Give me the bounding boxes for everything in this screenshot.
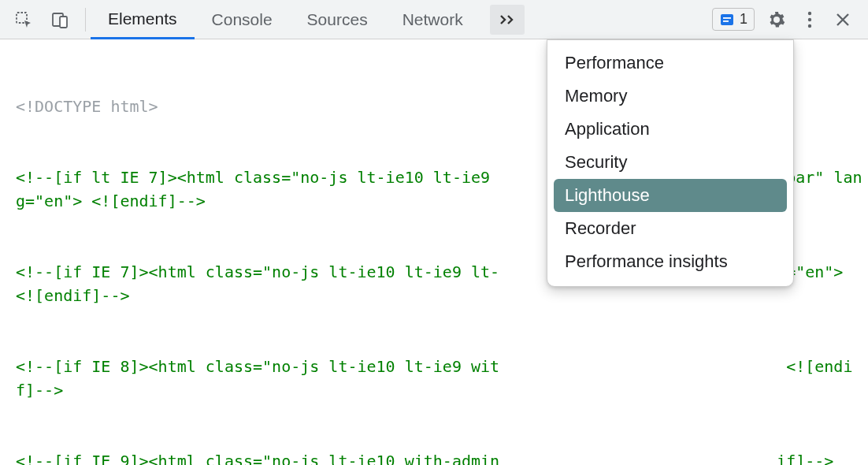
gear-icon <box>767 10 786 29</box>
svg-point-6 <box>775 17 779 21</box>
svg-rect-5 <box>723 20 729 22</box>
svg-rect-2 <box>60 17 67 28</box>
svg-point-7 <box>808 11 811 14</box>
svg-rect-3 <box>721 14 733 25</box>
svg-rect-4 <box>723 17 731 19</box>
dropdown-item-application[interactable]: Application <box>547 113 793 146</box>
tab-console[interactable]: Console <box>195 0 290 39</box>
tab-elements[interactable]: Elements <box>91 0 195 39</box>
issues-icon <box>719 13 735 27</box>
svg-point-9 <box>808 24 811 27</box>
issues-count: 1 <box>740 11 747 28</box>
inspect-element-icon[interactable] <box>13 9 35 31</box>
dropdown-item-lighthouse[interactable]: Lighthouse <box>554 179 787 212</box>
close-icon <box>835 12 851 28</box>
more-menu-button[interactable] <box>799 9 821 31</box>
close-button[interactable] <box>832 9 854 31</box>
kebab-icon <box>807 11 812 28</box>
dropdown-item-recorder[interactable]: Recorder <box>547 212 793 245</box>
chevrons-right-icon <box>499 13 516 27</box>
dropdown-item-security[interactable]: Security <box>547 146 793 179</box>
tab-sources[interactable]: Sources <box>290 0 385 39</box>
tab-network[interactable]: Network <box>385 0 480 39</box>
device-toggle-icon[interactable] <box>49 9 71 31</box>
devtools-toolbar: Elements Console Sources Network 1 <box>0 0 868 39</box>
issues-badge[interactable]: 1 <box>712 8 755 31</box>
more-tabs-button[interactable] <box>490 5 525 35</box>
code-line[interactable]: <!--[if IE 9]><html class="no-js lt-ie10… <box>16 449 868 465</box>
divider <box>85 8 86 32</box>
code-line[interactable]: <!--[if IE 8]><html class="no-js lt-ie10… <box>16 355 868 402</box>
toolbar-left-icons <box>6 9 80 31</box>
more-tabs-dropdown: Performance Memory Application Security … <box>547 39 794 287</box>
settings-button[interactable] <box>766 9 788 31</box>
toolbar-right: 1 <box>712 8 862 31</box>
svg-point-8 <box>808 17 811 20</box>
dropdown-item-performance-insights[interactable]: Performance insights <box>547 245 793 278</box>
dropdown-item-performance[interactable]: Performance <box>547 46 793 80</box>
dropdown-item-memory[interactable]: Memory <box>547 80 793 113</box>
